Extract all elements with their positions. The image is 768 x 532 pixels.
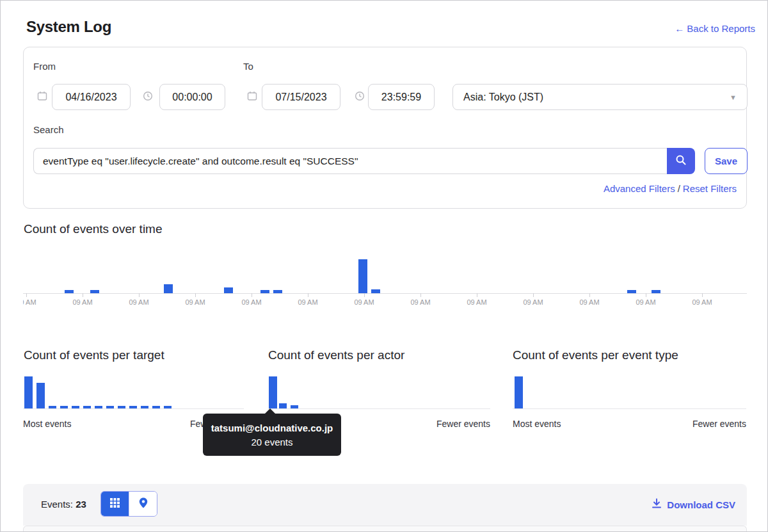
chevron-down-icon: ▼ [730, 93, 737, 101]
from-date-input[interactable] [52, 84, 131, 110]
chart-bar[interactable] [224, 287, 233, 293]
chart-bar[interactable] [24, 376, 33, 408]
back-to-reports-link[interactable]: ←Back to Reports [675, 23, 755, 34]
events-table-stub [23, 526, 747, 532]
filter-links: Advanced Filters/Reset Filters [604, 183, 737, 194]
chart-bar[interactable] [652, 290, 660, 293]
events-count-value: 23 [76, 499, 86, 510]
calendar-icon [37, 91, 47, 101]
page-title: System Log [26, 18, 111, 36]
from-time-input[interactable] [159, 84, 225, 110]
chart-bar[interactable] [49, 406, 56, 408]
search-button[interactable] [667, 148, 695, 174]
events-per-actor-chart [268, 370, 490, 409]
axis-tick-label: 09 AM [298, 298, 317, 306]
reset-filters-link[interactable]: Reset Filters [683, 183, 737, 194]
filter-links-separator: / [678, 183, 680, 194]
chart-bar[interactable] [279, 403, 287, 408]
chart-bar[interactable] [371, 289, 380, 293]
advanced-filters-link[interactable]: Advanced Filters [604, 183, 675, 194]
axis-tick-label: 09 AM [241, 298, 261, 306]
calendar-icon [247, 91, 257, 101]
x-axis-line [23, 293, 747, 294]
chart-bar[interactable] [36, 383, 45, 408]
to-date-input[interactable] [262, 84, 340, 110]
axis-tick-label: 09 AM [72, 298, 92, 306]
chart-bar[interactable] [164, 284, 173, 293]
axis-tick-label: 09 AM [185, 298, 205, 306]
search-label: Search [33, 124, 64, 135]
chart-bar[interactable] [260, 290, 269, 293]
axis-tick [139, 293, 140, 297]
event-type-chart-axis-labels: Most events Fewer events [513, 419, 746, 429]
chart-bar[interactable] [164, 406, 172, 408]
chart-bar[interactable] [141, 406, 148, 408]
chart-bar[interactable] [65, 290, 74, 293]
to-label: To [243, 61, 253, 72]
download-csv-label: Download CSV [667, 499, 735, 510]
location-pin-icon [139, 497, 148, 511]
events-per-target-heading: Count of events per target [24, 348, 164, 362]
search-icon [675, 154, 687, 168]
chart-bar[interactable] [83, 406, 91, 408]
most-events-label: Most events [23, 419, 71, 429]
events-per-event-type-heading: Count of events per event type [513, 348, 678, 362]
events-toolbar: Events: 23 Download CSV [23, 484, 747, 526]
tooltip-event-count: 20 events [251, 437, 292, 447]
axis-tick [252, 293, 252, 297]
clock-icon [355, 91, 365, 101]
filter-panel: From To Asia: Tokyo (JST) ▼ Search Save … [23, 47, 747, 209]
axis-tick-label: 09 AM [354, 298, 374, 306]
axis-tick-label: 09 AM [129, 298, 148, 306]
chart-bar[interactable] [72, 406, 79, 408]
table-view-button[interactable] [101, 492, 129, 516]
axis-tick [702, 293, 703, 297]
chart-bar[interactable] [152, 406, 160, 408]
chart-tooltip: tatsumi@cloudnative.co.jp 20 events [203, 414, 341, 456]
axis-tick [589, 293, 590, 297]
axis-tick [195, 293, 196, 297]
axis-tick-label: 09 AM [23, 298, 36, 306]
axis-tick [533, 293, 534, 297]
timezone-value: Asia: Tokyo (JST) [463, 92, 543, 103]
fewer-events-label: Fewer events [692, 419, 746, 429]
search-input[interactable] [33, 148, 667, 174]
chart-bar[interactable] [273, 290, 282, 293]
events-count: Events: 23 [41, 499, 86, 510]
chart-bar[interactable] [291, 405, 298, 408]
timezone-select[interactable]: Asia: Tokyo (JST) ▼ [452, 84, 748, 110]
chart-bar[interactable] [90, 290, 99, 293]
chart-bar[interactable] [95, 406, 102, 408]
back-to-reports-label: Back to Reports [687, 23, 755, 34]
download-icon [652, 498, 662, 512]
axis-tick [646, 293, 646, 297]
chart-bar[interactable] [118, 406, 125, 408]
chart-bar[interactable] [358, 259, 367, 293]
download-csv-button[interactable]: Download CSV [652, 498, 735, 512]
events-per-event-type-chart [513, 370, 746, 409]
chart-bar[interactable] [627, 290, 636, 293]
axis-tick [364, 293, 365, 297]
tooltip-actor-email: tatsumi@cloudnative.co.jp [211, 423, 333, 433]
events-over-time-heading: Count of events over time [24, 222, 163, 236]
grid-icon [110, 498, 120, 510]
axis-tick-label: 09 AM [467, 298, 486, 306]
axis-tick-label: 09 AM [523, 298, 543, 306]
most-events-label: Most events [513, 419, 561, 429]
map-view-button[interactable] [129, 492, 157, 516]
to-time-input[interactable] [368, 84, 435, 110]
axis-tick-label: 09 AM [636, 298, 655, 306]
chart-bar[interactable] [515, 376, 523, 408]
clock-icon [143, 91, 153, 101]
save-button[interactable]: Save [705, 148, 748, 174]
axis-tick-label: 09 AM [410, 298, 430, 306]
view-toggle [100, 491, 157, 517]
chart-bar[interactable] [269, 376, 277, 408]
axis-tick [26, 293, 27, 297]
axis-tick [308, 293, 308, 297]
chart-bar[interactable] [129, 406, 137, 408]
chart-bar[interactable] [60, 406, 68, 408]
axis-tick-label: 09 AM [579, 298, 599, 306]
left-arrow-icon: ← [675, 23, 684, 34]
chart-bar[interactable] [106, 406, 114, 408]
